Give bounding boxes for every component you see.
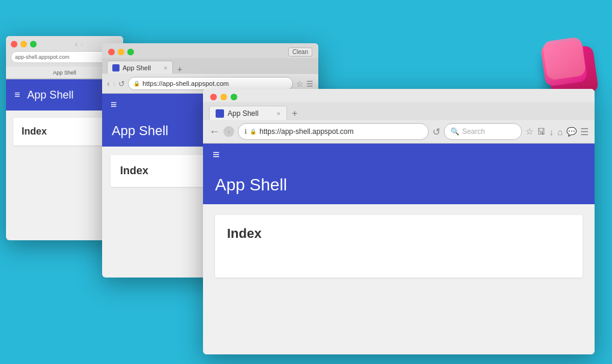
bookmark-icon-3[interactable]: ☆ <box>526 126 533 137</box>
hamburger-icon-3[interactable]: ≡ <box>213 148 220 162</box>
tab-bar-3: App Shell × + <box>203 102 595 120</box>
url-bar-1[interactable]: app-shell.appspot.com <box>11 51 110 63</box>
clean-button-2[interactable]: Clean <box>288 47 312 56</box>
menu-icon-3[interactable]: ☰ <box>580 126 589 138</box>
new-tab-btn-2[interactable]: + <box>175 64 185 74</box>
content-title-1: Index <box>22 126 47 136</box>
traffic-light-red-3[interactable] <box>210 94 217 100</box>
content-card-3: Index <box>215 215 583 278</box>
content-title-3: Index <box>227 226 261 241</box>
content-card-1: Index <box>13 118 116 145</box>
address-bar-3[interactable]: ℹ 🔒 https://app-shell.appspot.com <box>238 123 429 140</box>
tab-favicon-2 <box>112 64 120 71</box>
reload-btn-3[interactable]: ↺ <box>432 126 440 138</box>
download-icon-3[interactable]: ↓ <box>549 127 554 137</box>
pink-3d-shape <box>540 36 600 96</box>
chrome-bar-3: App Shell × + ← › ℹ 🔒 https://app-shell.… <box>203 89 595 144</box>
tab-close-3[interactable]: × <box>277 110 280 117</box>
address-text-3: https://app-shell.appspot.com <box>259 127 354 136</box>
browser-window-3: App Shell × + ← › ℹ 🔒 https://app-shell.… <box>203 89 595 354</box>
tab-close-2[interactable]: × <box>164 64 168 71</box>
reload-btn-2[interactable]: ↺ <box>118 79 125 88</box>
tab-3[interactable]: App Shell × <box>209 106 287 120</box>
app-header-3: App Shell <box>203 165 595 204</box>
app-title-3: App Shell <box>215 175 287 195</box>
tab-label-text-2: App Shell <box>123 64 151 71</box>
nav-forward-1[interactable]: › <box>80 40 83 49</box>
url-text-1: app-shell.appspot.com <box>15 54 70 60</box>
tab-label-1[interactable]: App Shell <box>53 70 76 76</box>
traffic-light-yellow-1[interactable] <box>20 41 27 47</box>
search-glass-icon: 🔍 <box>450 127 459 136</box>
nav-back-3[interactable]: ← <box>209 126 220 138</box>
tab-favicon-3 <box>216 109 224 118</box>
chrome-bar-2: Clean App Shell × + ‹ › ↺ 🔒 https://app-… <box>102 43 318 94</box>
traffic-light-yellow-3[interactable] <box>220 94 227 100</box>
bookmark-icon-2[interactable]: ☆ <box>296 79 303 88</box>
save-icon-3[interactable]: 🖫 <box>537 127 545 136</box>
hamburger-icon-2[interactable]: ≡ <box>111 99 117 111</box>
traffic-light-green-3[interactable] <box>231 94 237 100</box>
content-title-2: Index <box>120 165 148 177</box>
tab-bar-2: App Shell × + <box>102 58 318 74</box>
new-tab-btn-3[interactable]: + <box>289 108 300 119</box>
lock-icon-3: 🔒 <box>250 129 256 135</box>
nav-back-1[interactable]: ‹ <box>75 40 77 49</box>
nav-back-2[interactable]: ‹ <box>107 79 110 88</box>
home-icon-3[interactable]: ⌂ <box>557 127 563 137</box>
app-title-1: App Shell <box>27 89 73 102</box>
nav-forward-3: › <box>223 126 234 137</box>
search-bar-3[interactable]: 🔍 Search <box>444 123 522 140</box>
tab-label-text-3: App Shell <box>228 109 258 118</box>
nav-forward-2[interactable]: › <box>113 79 116 88</box>
app-title-2: App Shell <box>112 123 168 139</box>
traffic-light-yellow-2[interactable] <box>118 49 124 55</box>
info-icon-3: ℹ <box>244 128 247 136</box>
address-text-2: https://app-shell.appspot.com <box>142 80 229 87</box>
lock-icon-2: 🔒 <box>133 80 140 86</box>
search-placeholder-3: Search <box>462 127 485 136</box>
menu-icon-2[interactable]: ☰ <box>306 79 314 88</box>
app-content-3: ≡ App Shell Index <box>203 144 595 338</box>
address-row-3: ← › ℹ 🔒 https://app-shell.appspot.com ↺ … <box>203 120 595 143</box>
address-bar-2[interactable]: 🔒 https://app-shell.appspot.com <box>128 77 293 90</box>
tab-2[interactable]: App Shell × <box>107 61 173 74</box>
content-area-3: Index <box>203 204 595 338</box>
hamburger-bar-3: ≡ <box>203 144 595 165</box>
traffic-light-green-2[interactable] <box>127 49 134 55</box>
traffic-light-green-1[interactable] <box>30 41 37 47</box>
traffic-light-red-2[interactable] <box>108 49 115 55</box>
chat-icon-3[interactable]: 💬 <box>566 127 577 136</box>
hamburger-icon-1[interactable]: ≡ <box>14 89 20 100</box>
traffic-light-red-1[interactable] <box>11 41 17 47</box>
